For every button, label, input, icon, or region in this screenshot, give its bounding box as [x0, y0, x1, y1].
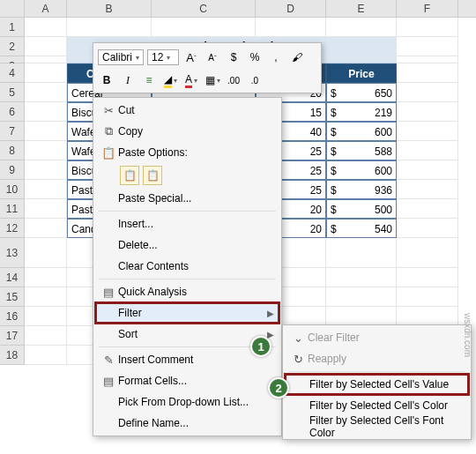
annotation-badge-1: 1 — [250, 336, 271, 357]
format-icon: ▤ — [99, 375, 118, 388]
colh-D[interactable]: D — [256, 0, 326, 17]
ctx-copy[interactable]: ⧉Copy — [95, 121, 279, 142]
sub-reapply: ↻Reapply — [285, 348, 469, 369]
increase-font-icon[interactable]: Aˆ — [182, 48, 200, 66]
paste-icon: 📋 — [99, 146, 118, 160]
rowh-7[interactable]: 7 — [0, 122, 25, 141]
col-header-e[interactable]: Price — [326, 63, 397, 83]
rowh-9[interactable]: 9 — [0, 160, 25, 180]
ctx-insert[interactable]: Insert... — [95, 213, 279, 234]
rowh-15[interactable]: 15 — [0, 287, 25, 307]
annotation-badge-2: 2 — [268, 377, 289, 398]
mini-toolbar: Calibri▾ 12▾ Aˆ Aˇ $ % , 🖌 B I ≡ ◢▾ A▾ ▦… — [93, 42, 322, 93]
rowh-1[interactable]: 1 — [0, 18, 25, 37]
rowh-13[interactable]: 13 — [0, 238, 25, 268]
ctx-define-name[interactable]: Define Name... — [95, 413, 279, 434]
context-menu: ✂Cut ⧉Copy 📋Paste Options: 📋 📋 Paste Spe… — [93, 97, 282, 436]
ctx-quick-analysis[interactable]: ▤Quick Analysis — [95, 281, 279, 302]
rowh-11[interactable]: 11 — [0, 199, 25, 219]
italic-button[interactable]: I — [119, 71, 137, 89]
watermark: wsxdn.com — [463, 313, 472, 357]
rowh-6[interactable]: 6 — [0, 102, 25, 122]
comment-icon: ✎ — [99, 354, 118, 367]
font-size-selector[interactable]: 12▾ — [147, 49, 179, 65]
format-painter-icon[interactable]: 🖌 — [288, 48, 306, 66]
copy-icon: ⧉ — [99, 124, 118, 138]
chevron-right-icon: ▶ — [267, 330, 274, 339]
rowh-12[interactable]: 12 — [0, 219, 25, 238]
rowh-18[interactable]: 18 — [0, 346, 25, 365]
colh-C[interactable]: C — [152, 0, 256, 17]
paste-option-1[interactable]: 📋 — [120, 166, 139, 185]
ctx-paste-options-label: 📋Paste Options: — [95, 142, 279, 163]
filter-submenu: ⌄Clear Filter ↻Reapply Filter by Selecte… — [282, 324, 472, 440]
sub-filter-by-value[interactable]: Filter by Selected Cell's Value — [285, 374, 469, 395]
decrease-font-icon[interactable]: Aˇ — [204, 48, 221, 66]
fill-color-icon[interactable]: ◢▾ — [161, 71, 179, 89]
rowh-17[interactable]: 17 — [0, 326, 25, 346]
accounting-format-icon[interactable]: $ — [225, 48, 242, 66]
rowh-10[interactable]: 10 — [0, 180, 25, 199]
increase-decimal-icon[interactable]: .00 — [225, 71, 242, 89]
ctx-cut[interactable]: ✂Cut — [95, 100, 279, 121]
font-selector[interactable]: Calibri▾ — [98, 49, 144, 65]
sub-filter-by-font-color[interactable]: Filter by Selected Cell's Font Color — [285, 416, 469, 437]
rowh-4[interactable]: 4 — [0, 63, 25, 83]
bold-button[interactable]: B — [98, 71, 115, 89]
cut-icon: ✂ — [99, 104, 118, 117]
ctx-delete[interactable]: Delete... — [95, 234, 279, 256]
paste-option-2[interactable]: 📋 — [143, 166, 162, 185]
paste-options: 📋 📋 — [95, 163, 279, 188]
reapply-icon: ↻ — [288, 353, 308, 366]
ctx-clear[interactable]: Clear Contents — [95, 256, 279, 277]
ctx-format-cells[interactable]: ▤Format Cells... — [95, 370, 279, 391]
colh-E[interactable]: E — [326, 0, 397, 17]
decrease-decimal-icon[interactable]: .0 — [246, 71, 264, 89]
colh-A[interactable]: A — [25, 0, 67, 17]
chevron-right-icon: ▶ — [267, 309, 274, 318]
align-center-icon[interactable]: ≡ — [140, 71, 158, 89]
percent-format-icon[interactable]: % — [246, 48, 264, 66]
font-color-icon[interactable]: A▾ — [182, 71, 200, 89]
quick-analysis-icon: ▤ — [99, 286, 118, 299]
column-headers: A B C D E F — [0, 0, 476, 18]
rowh-14[interactable]: 14 — [0, 268, 25, 287]
rowh-2[interactable]: 2 — [0, 37, 25, 56]
sub-filter-by-color[interactable]: Filter by Selected Cell's Color — [285, 395, 469, 416]
rowh-5[interactable]: 5 — [0, 83, 25, 102]
ctx-pick-from-list[interactable]: Pick From Drop-down List... — [95, 391, 279, 413]
comma-format-icon[interactable]: , — [267, 48, 285, 66]
clear-filter-icon: ⌄ — [288, 331, 308, 345]
ctx-paste-special[interactable]: Paste Special... — [95, 188, 279, 209]
rowh-16[interactable]: 16 — [0, 307, 25, 326]
rowh-3[interactable]: 3 — [0, 56, 25, 63]
sub-clear-filter: ⌄Clear Filter — [285, 327, 469, 348]
rowh-8[interactable]: 8 — [0, 141, 25, 160]
ctx-filter[interactable]: Filter▶ — [95, 302, 279, 324]
colh-F[interactable]: F — [397, 0, 458, 17]
colh-B[interactable]: B — [67, 0, 152, 17]
borders-icon[interactable]: ▦▾ — [204, 71, 221, 89]
